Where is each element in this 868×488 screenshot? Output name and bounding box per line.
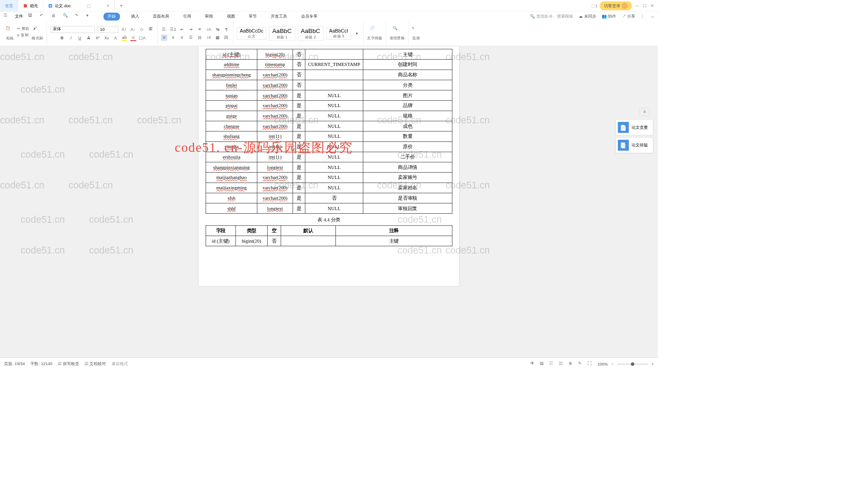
table-cell[interactable]: shangpinxiangqing [206, 162, 257, 173]
collab-button[interactable]: 👥 协作 [602, 14, 616, 19]
table-row[interactable]: shuliangint(11)是NULL数量 [206, 131, 452, 142]
text-effects-icon[interactable]: A [113, 35, 119, 41]
copy-button[interactable]: ⎘复制 [17, 33, 29, 38]
style-h1[interactable]: AaBbC标题 1 [269, 26, 295, 41]
table-cell[interactable]: 否 [293, 70, 305, 80]
table-cell[interactable]: id (主键) [206, 236, 236, 246]
table-cell[interactable]: varchar(200) [257, 100, 292, 111]
table-1[interactable]: id (主键)bigint(20)否主键addtimetimestamp否CUR… [206, 49, 453, 214]
side-check-button[interactable]: 📄 论文查重 [615, 120, 653, 136]
table-cell[interactable]: longtext [257, 203, 292, 214]
zoom-out-icon[interactable]: − [611, 361, 613, 366]
table-cell[interactable]: NULL [305, 203, 363, 214]
table-cell[interactable]: 图片 [363, 90, 452, 101]
ribbon-tab-start[interactable]: 开始 [104, 13, 120, 20]
style-more-icon[interactable]: ▾ [354, 30, 360, 37]
table-cell[interactable]: shhf [206, 203, 257, 214]
decrease-font-icon[interactable]: A↓ [130, 26, 136, 33]
decrease-indent-icon[interactable]: ⇤ [179, 26, 185, 33]
select-button[interactable]: ↖选择 [412, 26, 421, 41]
page-view-icon[interactable]: ▤ [540, 361, 546, 367]
new-tab-button[interactable]: + [115, 0, 128, 12]
clear-format-icon[interactable]: ◇ [139, 26, 145, 33]
unsync-button[interactable]: ☁ 未同步 [579, 14, 596, 19]
table-cell[interactable]: guige [206, 111, 257, 121]
table-cell[interactable]: fenlei [206, 80, 257, 90]
table-cell[interactable]: 否 [293, 60, 305, 70]
collapse-ribbon-icon[interactable]: ︿ [651, 14, 655, 19]
table-row[interactable]: tupianvarchar(200)是NULL图片 [206, 90, 452, 101]
table-cell[interactable]: 原价 [363, 141, 452, 152]
style-h2[interactable]: AaBbC标题 2 [297, 26, 323, 41]
underline-icon[interactable]: U [77, 35, 83, 41]
tab-char-icon[interactable]: ↹ [215, 26, 221, 33]
save-icon[interactable]: 🖫 [28, 13, 35, 20]
table-row[interactable]: shangpinmingchengvarchar(200)否商品名称 [206, 70, 452, 80]
guest-login-button[interactable]: 访客登录 [600, 1, 632, 10]
print-icon[interactable]: 🖨 [52, 13, 58, 20]
table-cell[interactable]: maijiaxingming [206, 183, 257, 193]
table-cell[interactable]: bigint(20) [236, 236, 267, 246]
format-painter-button[interactable]: 🖌 格式刷 [32, 26, 43, 41]
table-cell[interactable]: 是 [293, 131, 305, 142]
table-cell[interactable]: addtime [206, 60, 257, 70]
spell-check[interactable]: ☑ 拼写检查 [58, 361, 79, 367]
table-cell[interactable]: int(11) [257, 152, 292, 162]
table-cell[interactable] [305, 70, 363, 80]
table-cell[interactable]: NULL [305, 100, 363, 111]
table-cell[interactable]: NULL [305, 183, 363, 193]
table-cell[interactable]: 是 [293, 173, 305, 183]
table-cell[interactable]: shangpinmingcheng [206, 70, 257, 80]
table-cell[interactable]: 主键 [363, 49, 452, 60]
proof-check[interactable]: ☑ 文档校对 [85, 361, 106, 367]
char-scaling-icon[interactable]: ✕ [197, 26, 203, 33]
table-cell[interactable]: CURRENT_TIMESTAMP [305, 60, 363, 70]
read-view-icon[interactable]: ◫ [559, 361, 565, 367]
table-cell[interactable]: varchar(200) [257, 90, 292, 101]
table-cell[interactable]: 主键 [335, 236, 452, 246]
redo-icon[interactable]: ↷ [75, 13, 81, 20]
size-select[interactable] [98, 26, 118, 33]
tab-restore-icon[interactable]: ▢ [87, 4, 90, 9]
zoom-percent[interactable]: 100% [597, 361, 608, 366]
table-cell[interactable]: varchar(200) [257, 80, 292, 90]
table-cell[interactable]: 品牌 [363, 100, 452, 111]
cut-button[interactable]: ✂剪切 [17, 26, 29, 31]
increase-font-icon[interactable]: A↑ [121, 26, 127, 33]
ribbon-tab-layout[interactable]: 页面布局 [150, 13, 172, 20]
maximize-icon[interactable]: ☐ [642, 4, 647, 9]
table-row[interactable]: pinpaivarchar(200)是NULL品牌 [206, 100, 452, 111]
table-cell[interactable]: 卖家姓名 [363, 183, 452, 193]
table-cell[interactable]: 是 [293, 90, 305, 101]
ribbon-tab-member[interactable]: 会员专享 [298, 13, 320, 20]
table-cell[interactable]: 规格 [363, 111, 452, 121]
table-row[interactable]: id (主键)bigint(20)否主键 [206, 49, 452, 60]
print-preview-icon[interactable]: 🔍 [63, 13, 70, 20]
table-cell[interactable]: 是 [293, 203, 305, 214]
table-row[interactable]: yuanjiaint(11)是NULL原价 [206, 141, 452, 152]
table-cell[interactable]: 商品名称 [363, 70, 452, 80]
tab-document[interactable]: W 论文.doc ▢ ✕ [43, 0, 115, 12]
table-2[interactable]: 字段 类型 空 默认 注释 id (主键)bigint(20)否主键 [206, 225, 453, 246]
table-cell[interactable]: 二手价 [363, 152, 452, 162]
style-h3[interactable]: AaBbCcI标题 3 [326, 27, 351, 40]
ribbon-tab-dev[interactable]: 开发工具 [268, 13, 290, 20]
table-cell[interactable]: NULL [305, 90, 363, 101]
table-cell[interactable]: varchar(200) [257, 193, 292, 203]
table-row[interactable]: chengsevarchar(200)是NULL成色 [206, 121, 452, 131]
line-spacing-icon[interactable]: ↕≡ [206, 34, 212, 41]
table-cell[interactable] [281, 236, 335, 246]
table-row[interactable]: fenleivarchar(200)否分类 [206, 80, 452, 90]
numbering-icon[interactable]: ☰1 [170, 26, 176, 33]
table-cell[interactable]: yuanjia [206, 141, 257, 152]
table-cell[interactable]: varchar(200) [257, 111, 292, 121]
table-cell[interactable]: timestamp [257, 60, 292, 70]
table-cell[interactable]: 创建时间 [363, 60, 452, 70]
file-menu[interactable]: 文件 [15, 14, 23, 19]
table-cell[interactable]: NULL [305, 162, 363, 173]
table-cell[interactable]: 是 [293, 121, 305, 131]
table-cell[interactable]: ershoujia [206, 152, 257, 162]
search-input[interactable]: 🔍 查找命令、搜索模板 [530, 14, 573, 19]
table-cell[interactable]: NULL [305, 131, 363, 142]
table-row[interactable]: sfshvarchar(200)是否是否审核 [206, 193, 452, 203]
